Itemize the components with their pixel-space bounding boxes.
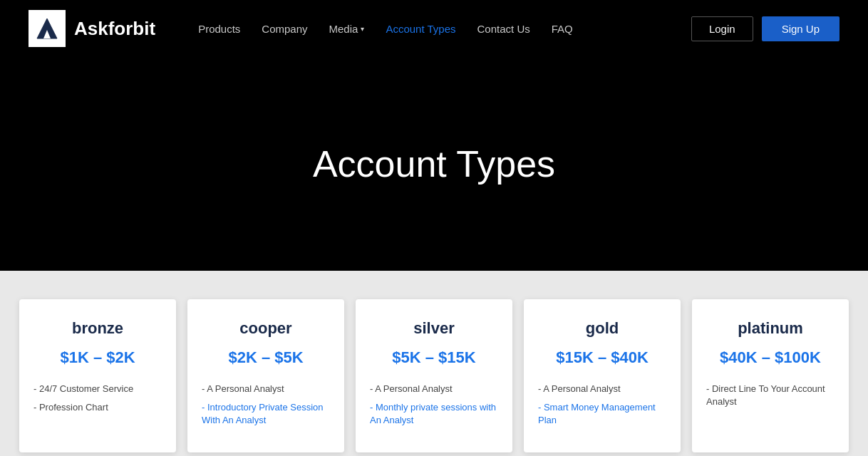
- card-price-platinum: $40K – $100K: [706, 348, 835, 368]
- card-feature: - Profession Chart: [33, 401, 162, 414]
- card-feature: - A Personal Analyst: [370, 383, 498, 395]
- card-price-gold: $15K – $40K: [538, 348, 666, 368]
- nav-company[interactable]: Company: [262, 23, 307, 35]
- card-features-bronze: - 24/7 Customer Service- Profession Char…: [33, 383, 162, 414]
- card-price-silver: $5K – $15K: [370, 348, 498, 368]
- card-features-platinum: - Direct Line To Your Account Analyst: [706, 383, 835, 408]
- nav-links: Products Company Media ▾ Account Types C…: [198, 23, 691, 35]
- logo-icon: [29, 10, 66, 47]
- card-price-cooper: $2K – $5K: [202, 348, 330, 368]
- chevron-down-icon: ▾: [361, 25, 364, 33]
- nav-products[interactable]: Products: [198, 23, 240, 35]
- card-feature: - Introductory Private Session With An A…: [202, 401, 330, 427]
- card-name-cooper: cooper: [202, 319, 330, 338]
- nav-contact-us[interactable]: Contact Us: [477, 23, 530, 35]
- cards-container: bronze$1K – $2K- 24/7 Customer Service- …: [14, 299, 854, 452]
- card-bronze[interactable]: bronze$1K – $2K- 24/7 Customer Service- …: [19, 299, 176, 452]
- card-feature: - A Personal Analyst: [202, 383, 330, 395]
- cards-section: bronze$1K – $2K- 24/7 Customer Service- …: [0, 271, 868, 456]
- hero-title: Account Types: [313, 142, 555, 185]
- card-name-silver: silver: [370, 319, 498, 338]
- card-features-silver: - A Personal Analyst- Monthly private se…: [370, 383, 498, 428]
- card-features-gold: - A Personal Analyst- Smart Money Manage…: [538, 383, 666, 428]
- signup-button[interactable]: Sign Up: [762, 16, 839, 41]
- card-price-bronze: $1K – $2K: [33, 348, 162, 368]
- card-silver[interactable]: silver$5K – $15K- A Personal Analyst- Mo…: [356, 299, 512, 452]
- nav-account-types[interactable]: Account Types: [386, 23, 455, 35]
- nav-media[interactable]: Media ▾: [329, 23, 365, 35]
- card-feature: - A Personal Analyst: [538, 383, 666, 395]
- card-gold[interactable]: gold$15K – $40K- A Personal Analyst- Sma…: [524, 299, 681, 452]
- card-feature: - Direct Line To Your Account Analyst: [706, 383, 835, 408]
- card-name-bronze: bronze: [33, 319, 162, 338]
- card-feature: - Monthly private sessions with An Analy…: [370, 401, 498, 427]
- card-feature: - 24/7 Customer Service: [33, 383, 162, 395]
- card-name-platinum: platinum: [706, 319, 835, 338]
- card-name-gold: gold: [538, 319, 666, 338]
- hero-section: Account Types: [0, 57, 868, 271]
- navbar: Askforbit Products Company Media ▾ Accou…: [0, 0, 868, 57]
- brand-name: Askforbit: [74, 18, 155, 40]
- card-feature: - Smart Money Management Plan: [538, 401, 666, 427]
- card-cooper[interactable]: cooper$2K – $5K- A Personal Analyst- Int…: [187, 299, 344, 452]
- nav-buttons: Login Sign Up: [691, 16, 839, 41]
- card-platinum[interactable]: platinum$40K – $100K- Direct Line To You…: [692, 299, 849, 452]
- nav-faq[interactable]: FAQ: [552, 23, 573, 35]
- logo-link[interactable]: Askforbit: [29, 10, 155, 47]
- login-button[interactable]: Login: [691, 16, 753, 41]
- card-features-cooper: - A Personal Analyst- Introductory Priva…: [202, 383, 330, 428]
